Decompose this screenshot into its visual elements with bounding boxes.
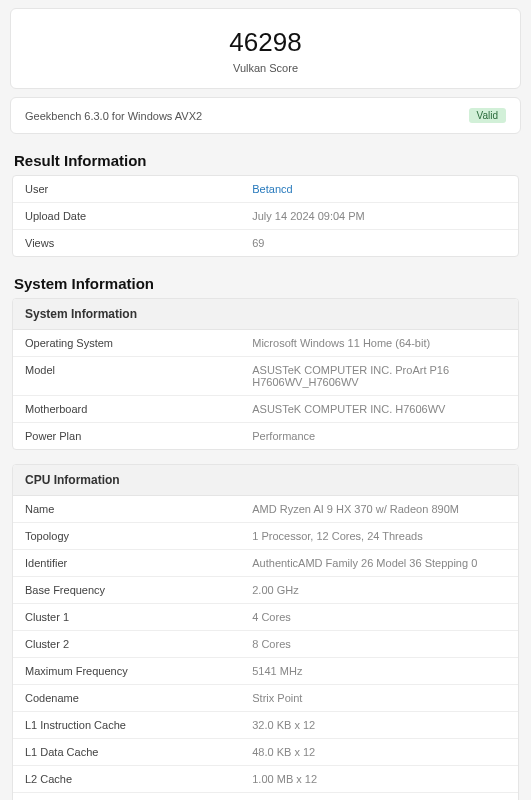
row-value: 5141 MHz	[240, 658, 518, 684]
row-value: ASUSTeK COMPUTER INC. ProArt P16 H7606WV…	[240, 357, 518, 395]
row-value: Strix Point	[240, 685, 518, 711]
table-row: MotherboardASUSTeK COMPUTER INC. H7606WV	[13, 396, 518, 423]
table-row: CodenameStrix Point	[13, 685, 518, 712]
table-row: Views69	[13, 230, 518, 256]
row-value: July 14 2024 09:04 PM	[240, 203, 518, 229]
version-row: Geekbench 6.3.0 for Windows AVX2 Valid	[10, 97, 521, 134]
row-label: L2 Cache	[13, 766, 240, 792]
row-label: Upload Date	[13, 203, 240, 229]
row-label: Power Plan	[13, 423, 240, 449]
version-text: Geekbench 6.3.0 for Windows AVX2	[25, 110, 202, 122]
score-value: 46298	[21, 27, 510, 58]
row-label: Motherboard	[13, 396, 240, 422]
result-info-table: UserBetancdUpload DateJuly 14 2024 09:04…	[12, 175, 519, 257]
table-row: Cluster 14 Cores	[13, 604, 518, 631]
row-label: Name	[13, 496, 240, 522]
row-value: 1.00 MB x 12	[240, 766, 518, 792]
row-value: 69	[240, 230, 518, 256]
row-label: Operating System	[13, 330, 240, 356]
table-row: ModelASUSTeK COMPUTER INC. ProArt P16 H7…	[13, 357, 518, 396]
info-table: CPU InformationNameAMD Ryzen AI 9 HX 370…	[12, 464, 519, 800]
row-label: Model	[13, 357, 240, 395]
table-row: L1 Data Cache48.0 KB x 12	[13, 739, 518, 766]
row-value: 32.0 KB x 12	[240, 712, 518, 738]
table-header: System Information	[13, 299, 518, 330]
table-row: IdentifierAuthenticAMD Family 26 Model 3…	[13, 550, 518, 577]
row-label: Cluster 2	[13, 631, 240, 657]
row-label: Maximum Frequency	[13, 658, 240, 684]
result-info-title: Result Information	[14, 152, 517, 169]
row-value: 2.00 GHz	[240, 577, 518, 603]
table-row: UserBetancd	[13, 176, 518, 203]
table-row: Power PlanPerformance	[13, 423, 518, 449]
row-value: 8 Cores	[240, 631, 518, 657]
valid-badge: Valid	[469, 108, 507, 123]
row-label: L3 Cache	[13, 793, 240, 800]
table-row: Topology1 Processor, 12 Cores, 24 Thread…	[13, 523, 518, 550]
row-label: Cluster 1	[13, 604, 240, 630]
row-value: ASUSTeK COMPUTER INC. H7606WV	[240, 396, 518, 422]
row-label: Topology	[13, 523, 240, 549]
score-card: 46298 Vulkan Score	[10, 8, 521, 89]
table-header: CPU Information	[13, 465, 518, 496]
table-row: Operating SystemMicrosoft Windows 11 Hom…	[13, 330, 518, 357]
row-label: Codename	[13, 685, 240, 711]
row-value: AuthenticAMD Family 26 Model 36 Stepping…	[240, 550, 518, 576]
row-label: User	[13, 176, 240, 202]
table-row: Upload DateJuly 14 2024 09:04 PM	[13, 203, 518, 230]
score-label: Vulkan Score	[21, 62, 510, 74]
table-row: Cluster 28 Cores	[13, 631, 518, 658]
table-row: NameAMD Ryzen AI 9 HX 370 w/ Radeon 890M	[13, 496, 518, 523]
row-value: 16.0 MB x 1	[240, 793, 518, 800]
row-value: 1 Processor, 12 Cores, 24 Threads	[240, 523, 518, 549]
info-table: System InformationOperating SystemMicros…	[12, 298, 519, 450]
row-label: L1 Data Cache	[13, 739, 240, 765]
user-link[interactable]: Betancd	[240, 176, 518, 202]
row-value: Performance	[240, 423, 518, 449]
row-label: L1 Instruction Cache	[13, 712, 240, 738]
system-info-title: System Information	[14, 275, 517, 292]
row-value: 48.0 KB x 12	[240, 739, 518, 765]
table-row: L2 Cache1.00 MB x 12	[13, 766, 518, 793]
row-value: AMD Ryzen AI 9 HX 370 w/ Radeon 890M	[240, 496, 518, 522]
table-row: Base Frequency2.00 GHz	[13, 577, 518, 604]
row-value: 4 Cores	[240, 604, 518, 630]
row-label: Base Frequency	[13, 577, 240, 603]
row-value: Microsoft Windows 11 Home (64-bit)	[240, 330, 518, 356]
table-row: L3 Cache16.0 MB x 1	[13, 793, 518, 800]
row-label: Identifier	[13, 550, 240, 576]
table-row: L1 Instruction Cache32.0 KB x 12	[13, 712, 518, 739]
row-label: Views	[13, 230, 240, 256]
table-row: Maximum Frequency5141 MHz	[13, 658, 518, 685]
